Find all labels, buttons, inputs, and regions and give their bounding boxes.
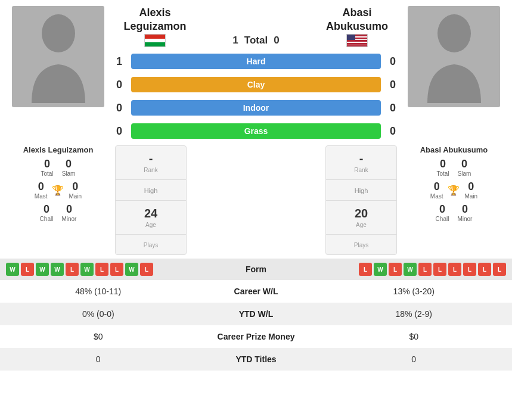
total-right-score: 0 bbox=[274, 35, 279, 46]
right-mast-stat: 0 Mast bbox=[430, 181, 443, 200]
right-total-stat: 0 Total bbox=[437, 158, 449, 177]
total-score-row: 1 Total 0 bbox=[232, 35, 279, 46]
left-total-stat: 0 Total bbox=[41, 158, 54, 177]
prize-row: $0 Career Prize Money $0 bbox=[0, 325, 512, 348]
ytd-titles-label: YTD Titles bbox=[191, 354, 322, 364]
total-left-score: 1 bbox=[232, 35, 238, 46]
right-info-panel: - Rank High 20 Age Plays bbox=[325, 145, 397, 255]
ytd-wl-label: YTD W/L bbox=[191, 309, 322, 319]
right-flag bbox=[346, 34, 368, 47]
ytd-titles-left: 0 bbox=[6, 354, 191, 364]
indoor-right-score: 0 bbox=[384, 102, 402, 114]
left-flag bbox=[144, 34, 166, 47]
left-chall-stat: 0 Chall bbox=[40, 203, 54, 222]
prize-left: $0 bbox=[6, 332, 191, 341]
main-container: Alexis Leguizamon Abasi Abukusumo bbox=[0, 0, 512, 371]
form-label: Form bbox=[191, 265, 322, 274]
surface-rows: 1 Hard 0 0 Clay 0 0 Indoor 0 bbox=[110, 51, 402, 142]
right-chall-stat: 0 Chall bbox=[436, 203, 449, 222]
indoor-row: 0 Indoor 0 bbox=[110, 97, 402, 119]
left-form-6: W bbox=[80, 263, 94, 276]
right-form-6: L bbox=[433, 263, 446, 276]
ytd-titles-row: 0 YTD Titles 0 bbox=[0, 348, 512, 371]
clay-surface-badge: Clay bbox=[131, 77, 381, 92]
left-form-4: W bbox=[51, 263, 64, 276]
hard-left-score: 1 bbox=[110, 55, 128, 68]
indoor-left-score: 0 bbox=[110, 102, 128, 114]
left-rank-cell: - Rank bbox=[116, 146, 186, 180]
indoor-surface-badge: Indoor bbox=[131, 100, 381, 116]
right-form-8: L bbox=[463, 263, 476, 276]
clay-row: 0 Clay 0 bbox=[110, 74, 402, 95]
left-high-cell: High bbox=[116, 180, 186, 201]
left-form-9: W bbox=[125, 263, 138, 276]
career-wl-left: 48% (10-11) bbox=[6, 287, 191, 296]
right-form-3: L bbox=[389, 263, 402, 276]
bottom-stats: 48% (10-11) Career W/L 13% (3-20) 0% (0-… bbox=[0, 280, 512, 371]
right-form-badges: L W L W L L L L L L bbox=[322, 263, 507, 276]
clay-right-score: 0 bbox=[384, 79, 402, 91]
left-form-2: L bbox=[21, 263, 34, 276]
grass-surface-badge: Grass bbox=[131, 123, 381, 139]
clay-left-score: 0 bbox=[110, 79, 128, 91]
total-label: Total bbox=[244, 35, 268, 46]
left-player-stats: Alexis Leguizamon 0 Total 0 Slam 0 Mast … bbox=[6, 145, 110, 255]
right-age-cell: 20 Age bbox=[326, 201, 396, 235]
right-form-7: L bbox=[448, 263, 461, 276]
career-wl-right: 13% (3-20) bbox=[322, 287, 507, 296]
right-player-name-label: Abasi Abukusumo bbox=[420, 145, 488, 154]
prize-right: $0 bbox=[322, 332, 507, 341]
left-plays-cell: Plays bbox=[116, 235, 186, 254]
right-trophy-icon: 🏆 bbox=[448, 185, 460, 196]
right-high-cell: High bbox=[326, 180, 396, 201]
right-form-10: L bbox=[493, 263, 506, 276]
info-panels-area: Alexis Leguizamon 0 Total 0 Slam 0 Mast … bbox=[0, 142, 512, 259]
right-player-stats: Abasi Abukusumo 0 Total 0 Slam 0 Mast 🏆 bbox=[402, 145, 506, 255]
grass-left-score: 0 bbox=[110, 125, 128, 138]
right-minor-stat: 0 Minor bbox=[457, 203, 472, 222]
career-wl-label: Career W/L bbox=[191, 287, 322, 296]
left-form-5: L bbox=[66, 263, 79, 276]
center-section: Alexis Leguizamon Abasi Abukusumo bbox=[110, 6, 402, 142]
right-plays-cell: Plays bbox=[326, 235, 396, 254]
prize-label: Career Prize Money bbox=[191, 332, 322, 341]
center-spacer bbox=[191, 145, 321, 255]
left-trophy-icon: 🏆 bbox=[52, 185, 64, 196]
left-avatar bbox=[12, 6, 104, 107]
svg-point-1 bbox=[437, 14, 471, 52]
left-main-stat: 0 Main bbox=[69, 181, 82, 200]
hard-right-score: 0 bbox=[384, 55, 402, 68]
left-age-cell: 24 Age bbox=[116, 201, 186, 235]
right-avatar bbox=[408, 6, 500, 107]
left-player-section bbox=[6, 6, 110, 107]
left-slam-stat: 0 Slam bbox=[62, 158, 76, 177]
left-minor-stat: 0 Minor bbox=[61, 203, 76, 222]
hard-surface-badge: Hard bbox=[131, 54, 381, 69]
ytd-wl-left: 0% (0-0) bbox=[6, 309, 191, 319]
left-mast-stat: 0 Mast bbox=[35, 181, 48, 200]
right-form-2: W bbox=[374, 263, 387, 276]
right-player-name-header: Abasi Abukusumo bbox=[312, 6, 402, 33]
ytd-wl-right: 18% (2-9) bbox=[322, 309, 507, 319]
career-wl-row: 48% (10-11) Career W/L 13% (3-20) bbox=[0, 280, 512, 303]
left-info-panel: - Rank High 24 Age Plays bbox=[115, 145, 187, 255]
left-form-badges: W L W W L W L L W L bbox=[6, 263, 191, 276]
right-main-stat: 0 Main bbox=[464, 181, 477, 200]
left-player-name-header: Alexis Leguizamon bbox=[110, 6, 200, 33]
form-row: W L W W L W L L W L Form L W L W L L L L… bbox=[0, 259, 512, 280]
header-names-row: Alexis Leguizamon Abasi Abukusumo bbox=[0, 0, 512, 142]
right-form-9: L bbox=[478, 263, 491, 276]
left-form-10: L bbox=[140, 263, 153, 276]
right-slam-stat: 0 Slam bbox=[458, 158, 471, 177]
right-form-5: L bbox=[418, 263, 432, 276]
right-rank-cell: - Rank bbox=[326, 146, 396, 180]
grass-row: 0 Grass 0 bbox=[110, 120, 402, 142]
hard-row: 1 Hard 0 bbox=[110, 51, 402, 72]
grass-right-score: 0 bbox=[384, 125, 402, 138]
right-form-1: L bbox=[359, 263, 372, 276]
ytd-titles-right: 0 bbox=[322, 354, 507, 364]
left-player-name-label: Alexis Leguizamon bbox=[23, 145, 94, 154]
right-player-section bbox=[402, 6, 506, 107]
svg-point-0 bbox=[42, 14, 75, 52]
left-form-1: W bbox=[6, 263, 19, 276]
